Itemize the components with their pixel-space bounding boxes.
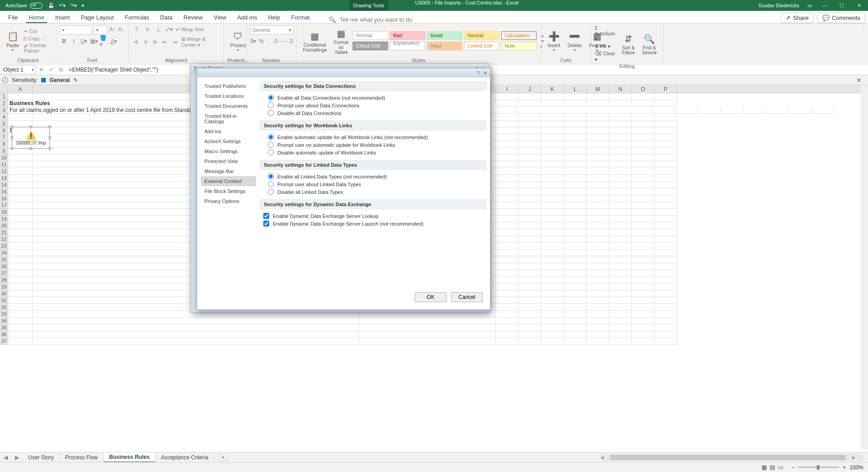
cell[interactable] [632, 195, 655, 202]
cell[interactable] [655, 263, 677, 270]
cell[interactable] [564, 304, 587, 311]
cell[interactable] [541, 141, 564, 148]
cell[interactable] [496, 93, 519, 100]
row-header[interactable]: 2 [0, 100, 8, 107]
cell[interactable] [541, 324, 564, 331]
cell[interactable] [541, 311, 564, 318]
cell[interactable] [632, 263, 655, 270]
tab-insert[interactable]: Insert [50, 11, 76, 23]
cell[interactable] [564, 222, 587, 229]
cell[interactable] [519, 154, 541, 161]
cell[interactable] [632, 311, 655, 318]
cell[interactable] [564, 318, 587, 324]
cell[interactable] [632, 229, 655, 236]
col-header[interactable]: I [496, 85, 519, 93]
cell[interactable] [609, 195, 632, 202]
row-header[interactable]: 35 [0, 324, 8, 331]
insert-cells-button[interactable]: ➕Insert▾ [545, 29, 563, 53]
row-header[interactable]: 11 [0, 161, 8, 168]
comments-button[interactable]: 💬Comments [817, 13, 865, 23]
close-sensitivity-icon[interactable]: ✕ [856, 77, 862, 84]
cell[interactable] [587, 277, 609, 284]
cell[interactable] [519, 229, 541, 236]
cell[interactable] [564, 311, 587, 318]
cell[interactable] [655, 141, 677, 148]
cell[interactable] [811, 107, 834, 114]
sheet-tab[interactable]: Process Flow [60, 453, 104, 462]
cell[interactable] [587, 270, 609, 277]
cell[interactable] [8, 331, 33, 338]
cell[interactable] [587, 311, 609, 318]
tab-help[interactable]: Help [262, 11, 286, 23]
cell[interactable] [655, 331, 677, 338]
cell[interactable] [496, 148, 519, 154]
style-explanatory[interactable]: Explanatory ... [390, 42, 425, 50]
tab-addins[interactable]: Add-ins [232, 11, 262, 23]
cell[interactable] [496, 250, 519, 256]
tab-data[interactable]: Data [155, 11, 178, 23]
cell[interactable] [541, 148, 564, 154]
conditional-formatting-button[interactable]: ▦ConditionalFormatting▾ [300, 29, 330, 53]
align-middle-icon[interactable]: ≡ [143, 25, 151, 34]
delete-cells-button[interactable]: ➖Delete▾ [565, 29, 585, 53]
cell[interactable] [359, 324, 496, 331]
cell[interactable] [496, 161, 519, 168]
cell[interactable] [8, 182, 33, 188]
indent-inc-icon[interactable]: ⇥ [171, 38, 179, 46]
page-break-view-icon[interactable]: ▭ [778, 464, 783, 471]
cell[interactable] [496, 202, 519, 209]
cell[interactable] [655, 209, 677, 216]
cell[interactable] [655, 134, 677, 141]
cell[interactable] [564, 134, 587, 141]
cell[interactable] [496, 100, 519, 107]
cell[interactable] [564, 202, 587, 209]
cell[interactable] [496, 222, 519, 229]
cell[interactable] [632, 188, 655, 195]
cell[interactable] [632, 120, 655, 127]
sort-filter-button[interactable]: ⇵Sort &Filter▾ [619, 32, 637, 56]
cell[interactable] [587, 216, 609, 222]
cell[interactable] [609, 209, 632, 216]
row-header[interactable]: 12 [0, 168, 8, 175]
cell[interactable] [609, 236, 632, 243]
dialog-nav-item[interactable]: File Block Settings [201, 186, 256, 196]
cell[interactable] [632, 141, 655, 148]
maximize-icon[interactable]: ☐ [837, 3, 846, 9]
cell[interactable] [632, 338, 655, 345]
row-header[interactable]: 7 [0, 134, 8, 141]
percent-icon[interactable]: % [258, 37, 265, 45]
cell[interactable] [564, 277, 587, 284]
col-header[interactable]: A [8, 85, 33, 93]
cell[interactable] [655, 297, 677, 304]
cell[interactable] [8, 297, 33, 304]
cell[interactable] [8, 114, 33, 120]
cell[interactable] [33, 331, 359, 338]
cell[interactable] [496, 182, 519, 188]
cell[interactable] [609, 297, 632, 304]
cell[interactable] [632, 256, 655, 263]
radio-wl-enable[interactable] [268, 134, 274, 140]
cell[interactable] [655, 311, 677, 318]
cell[interactable] [496, 277, 519, 284]
cell[interactable] [496, 304, 519, 311]
cell[interactable] [587, 209, 609, 216]
cell[interactable] [632, 148, 655, 154]
row-header[interactable]: 18 [0, 209, 8, 216]
cell[interactable] [609, 311, 632, 318]
cell[interactable] [519, 284, 541, 290]
row-header[interactable]: 1 [0, 93, 8, 100]
cell[interactable] [587, 114, 609, 120]
edit-sensitivity-icon[interactable]: ✎ [73, 77, 78, 83]
row-header[interactable]: 33 [0, 311, 8, 318]
tab-format[interactable]: Format [286, 11, 315, 23]
cell[interactable] [8, 304, 33, 311]
cell[interactable] [564, 324, 587, 331]
cell[interactable] [519, 270, 541, 277]
ok-button[interactable]: OK [415, 292, 446, 302]
row-header[interactable]: 9 [0, 148, 8, 154]
horizontal-scrollbar[interactable]: ◀▶ [601, 454, 863, 461]
radio-ldt-enable[interactable] [268, 173, 274, 179]
cell[interactable] [541, 168, 564, 175]
cell[interactable] [496, 188, 519, 195]
cell[interactable] [8, 93, 33, 100]
